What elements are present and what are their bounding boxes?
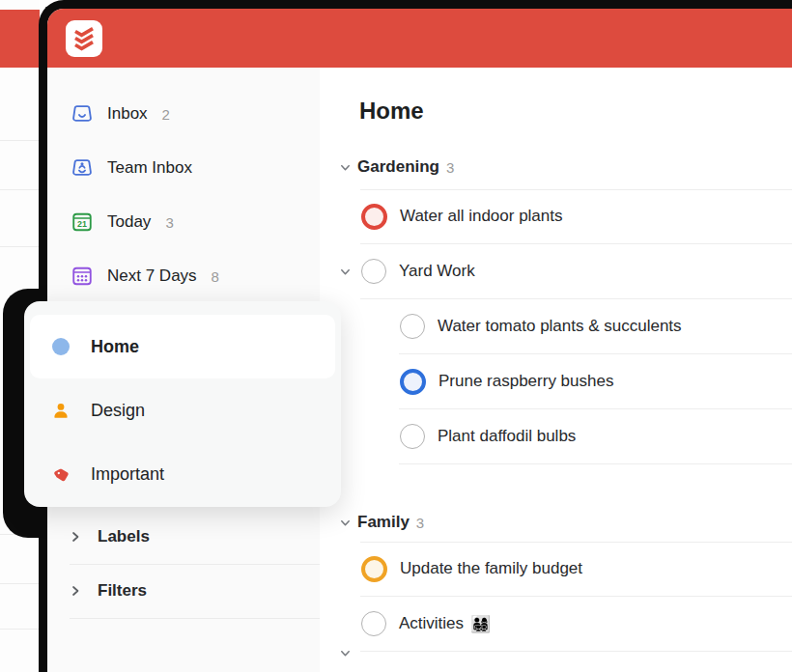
today-icon: 21	[70, 210, 95, 235]
task-text: Yard Work	[399, 262, 475, 281]
task-row[interactable]: Update the family budget	[360, 542, 792, 597]
main-content: Home Gardening 3 Water all indoor plants…	[320, 68, 792, 672]
task-checkbox[interactable]	[400, 314, 425, 339]
family-emoji: 👨‍👩‍👧‍👦	[470, 614, 491, 634]
section-header-family[interactable]: Family 3	[340, 510, 424, 535]
sidebar-item-next-7-days[interactable]: Next 7 Days 8	[70, 249, 320, 303]
todoist-logo-icon[interactable]	[66, 20, 102, 57]
chevron-down-icon	[340, 162, 351, 173]
chevron-right-icon	[70, 531, 81, 543]
sidebar-item-label: Today	[107, 212, 151, 232]
popover-item-important[interactable]: Important	[30, 442, 335, 506]
popover-item-label: Design	[91, 401, 145, 421]
subtask-row[interactable]: Prune raspberry bushes	[399, 354, 792, 409]
inbox-icon	[70, 101, 95, 126]
tag-icon	[51, 464, 71, 484]
chevron-right-icon	[70, 585, 81, 597]
divider	[0, 583, 40, 584]
background-window-header	[0, 10, 40, 68]
sidebar-group-label: Filters	[98, 581, 147, 601]
sidebar-item-count: 3	[165, 214, 173, 231]
sidebar-item-label: Inbox	[107, 104, 148, 124]
task-text: Water tomato plants & succulents	[438, 317, 682, 336]
sidebar-group-filters[interactable]: Filters	[70, 564, 320, 619]
task-checkbox-priority-blue[interactable]	[400, 369, 426, 395]
task-checkbox-priority-orange[interactable]	[361, 556, 387, 582]
section-count: 3	[446, 159, 454, 176]
popover-item-label: Home	[91, 337, 139, 357]
app-header	[47, 9, 792, 68]
person-icon	[51, 401, 71, 420]
task-checkbox-priority-red[interactable]	[361, 204, 387, 230]
section-label: Gardening	[357, 157, 439, 177]
section-header-gardening[interactable]: Gardening 3	[340, 154, 454, 180]
projects-popover: Home Design Important	[24, 301, 341, 507]
task-row[interactable]: Water all indoor plants	[360, 189, 792, 244]
sidebar-group-labels[interactable]: Labels	[70, 510, 320, 565]
chevron-down-icon[interactable]	[340, 648, 351, 658]
divider	[0, 629, 40, 630]
popover-item-home[interactable]: Home	[30, 315, 335, 378]
task-text: Plant daffodil bulbs	[438, 427, 576, 446]
sidebar-item-count: 2	[162, 106, 170, 123]
svg-text:21: 21	[77, 219, 87, 229]
chevron-down-icon[interactable]	[340, 266, 351, 277]
divider	[0, 189, 40, 190]
sidebar-item-count: 8	[212, 268, 219, 285]
sidebar-item-inbox[interactable]: Inbox 2	[70, 87, 320, 141]
section-label: Family	[357, 513, 410, 532]
popover-item-design[interactable]: Design	[30, 378, 335, 442]
page-title: Home	[359, 98, 424, 125]
task-text: Water all indoor plants	[400, 207, 563, 226]
task-text: Update the family budget	[400, 559, 582, 578]
popover-item-label: Important	[91, 464, 164, 485]
task-text: Prune raspberry bushes	[438, 372, 613, 391]
sidebar-item-label: Next 7 Days	[107, 266, 197, 286]
subtask-row[interactable]: Water tomato plants & succulents	[399, 299, 792, 354]
subtask-row[interactable]: Plant daffodil bulbs	[399, 409, 792, 464]
divider	[0, 140, 40, 141]
task-checkbox[interactable]	[400, 424, 425, 449]
sidebar-item-label: Team Inbox	[107, 158, 192, 178]
task-checkbox[interactable]	[361, 259, 386, 284]
divider	[0, 246, 40, 247]
team-inbox-icon	[70, 155, 95, 181]
sidebar-group-label: Labels	[98, 527, 150, 546]
task-row[interactable]: Activities 👨‍👩‍👧‍👦	[360, 597, 792, 652]
task-row[interactable]: Yard Work	[360, 244, 792, 299]
task-checkbox[interactable]	[361, 611, 386, 636]
next-7-days-icon	[70, 264, 95, 289]
chevron-down-icon	[340, 518, 351, 528]
sidebar-item-team-inbox[interactable]: Team Inbox	[70, 141, 320, 195]
sidebar-item-today[interactable]: 21 Today 3	[70, 195, 320, 249]
project-dot-icon	[52, 338, 70, 355]
section-count: 3	[416, 515, 424, 531]
task-text: Activities	[399, 614, 464, 633]
